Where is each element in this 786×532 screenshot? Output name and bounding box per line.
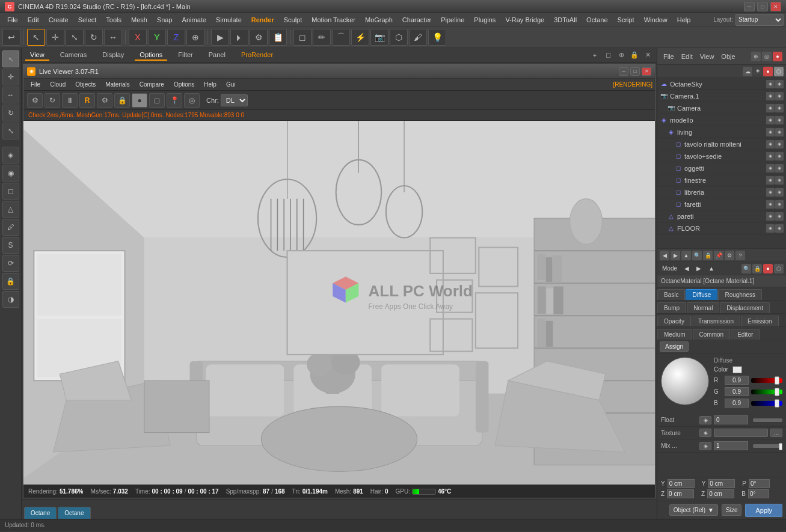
- attr-search[interactable]: 🔍: [692, 251, 702, 260]
- mix-slider-handle[interactable]: [779, 443, 782, 450]
- living-vis[interactable]: ◈: [766, 128, 775, 136]
- color-swatch[interactable]: [732, 366, 742, 373]
- finestre-vis[interactable]: ◈: [766, 176, 775, 185]
- coord-b-input[interactable]: [748, 489, 769, 498]
- render-region-button[interactable]: ▶: [211, 29, 229, 46]
- mat-tab-emission[interactable]: Emission: [741, 316, 779, 326]
- sidebar-tool-5[interactable]: 🖊: [2, 219, 19, 236]
- color-r-slider[interactable]: [751, 378, 782, 383]
- object-row-modello[interactable]: ◈ modello ◈ ◈: [657, 114, 786, 126]
- color-g-slider[interactable]: [751, 390, 782, 394]
- sidebar-tool-8[interactable]: 🔒: [2, 273, 19, 290]
- sidebar-mode-1[interactable]: ↖: [2, 50, 19, 67]
- vp-tab-prorender[interactable]: ProRender: [236, 50, 278, 61]
- vp-tab-panel[interactable]: Panel: [204, 50, 230, 61]
- lv-maximize-button[interactable]: □: [630, 67, 640, 76]
- spline-button[interactable]: ⌒: [332, 29, 350, 46]
- lv-menu-file[interactable]: File: [26, 80, 45, 89]
- x-axis-button[interactable]: X: [129, 29, 147, 46]
- mat-tab-normal[interactable]: Normal: [687, 302, 719, 313]
- sidebar-tool-6[interactable]: S: [2, 237, 19, 254]
- texture-btn[interactable]: …: [770, 429, 782, 437]
- lv-menu-materials[interactable]: Materials: [100, 80, 135, 89]
- lv-menu-options[interactable]: Options: [169, 80, 199, 89]
- sidebar-tool-9[interactable]: ◑: [2, 291, 19, 308]
- coord-p-input[interactable]: [749, 479, 770, 488]
- lv-lock-button[interactable]: 🔒: [114, 93, 130, 108]
- attr-grid-icon[interactable]: ⬡: [774, 264, 784, 274]
- lv-circle-button[interactable]: ●: [132, 93, 147, 108]
- viewport-icon-2[interactable]: ◻: [603, 50, 613, 61]
- world-space-button[interactable]: ⊕: [186, 29, 204, 46]
- attr-lock[interactable]: 🔒: [703, 251, 713, 260]
- octanesky-lock[interactable]: ◈: [775, 80, 784, 88]
- om-icon-3[interactable]: ●: [763, 67, 773, 76]
- object-row-pareti[interactable]: △ pareti ◈ ◈: [657, 210, 786, 222]
- menu-mograph[interactable]: MoGraph: [360, 15, 398, 25]
- render-settings-button[interactable]: ⚙: [250, 29, 268, 46]
- bottom-tab-octane-1[interactable]: Octane: [24, 507, 57, 519]
- mat-tab-transmission[interactable]: Transmission: [692, 316, 740, 326]
- menu-3dtoall[interactable]: 3DToAll: [549, 15, 582, 25]
- menu-plugins[interactable]: Plugins: [469, 15, 500, 25]
- color-b-input[interactable]: [725, 399, 749, 408]
- attr-help[interactable]: ?: [735, 251, 745, 260]
- attr-mode-arrow2[interactable]: ▶: [694, 264, 704, 273]
- transform-button[interactable]: ↔: [104, 29, 122, 46]
- oggetti-vis[interactable]: ◈: [766, 164, 775, 173]
- color-b-slider[interactable]: [751, 401, 782, 406]
- color-g-handle[interactable]: [775, 388, 779, 396]
- menu-help[interactable]: Help: [672, 15, 696, 25]
- lv-menu-gui[interactable]: Gui: [221, 80, 241, 89]
- mat-tab-displacement[interactable]: Displacement: [720, 302, 770, 313]
- vp-tab-view[interactable]: View: [25, 50, 49, 61]
- bottom-tab-octane-2[interactable]: Octane: [58, 507, 90, 519]
- viewport-icon-3[interactable]: ⊕: [616, 50, 627, 61]
- object-row-octanesky[interactable]: ☁ OctaneSky ◈ ◈: [657, 78, 786, 90]
- pareti-lock[interactable]: ◈: [775, 212, 784, 221]
- coord-z2-input[interactable]: [707, 489, 734, 498]
- menu-tools[interactable]: Tools: [101, 15, 126, 25]
- mat-tab-opacity[interactable]: Opacity: [657, 316, 691, 326]
- vp-tab-display[interactable]: Display: [97, 50, 129, 61]
- camera1-lock[interactable]: ◈: [775, 92, 784, 100]
- texture-slot[interactable]: [714, 429, 768, 437]
- menu-render[interactable]: Render: [247, 15, 279, 25]
- mat-tab-medium[interactable]: Medium: [657, 329, 692, 340]
- libreria-lock[interactable]: ◈: [775, 188, 784, 197]
- menu-motion-tracker[interactable]: Motion Tracker: [307, 15, 360, 25]
- menu-vray[interactable]: V-Ray Bridge: [500, 15, 549, 25]
- lv-pause-button[interactable]: ⏸: [62, 93, 78, 108]
- file-menu-item[interactable]: File: [661, 52, 677, 61]
- oggetti-lock[interactable]: ◈: [775, 164, 784, 173]
- tavolo-rialto-lock[interactable]: ◈: [775, 140, 784, 148]
- mat-tab-common[interactable]: Common: [693, 329, 731, 340]
- viewport-icon-4[interactable]: 🔒: [629, 50, 640, 61]
- z-axis-button[interactable]: Z: [167, 29, 185, 46]
- menu-animate[interactable]: Animate: [177, 15, 211, 25]
- lv-region-button[interactable]: R: [79, 93, 95, 108]
- libreria-vis[interactable]: ◈: [766, 188, 775, 197]
- lv-menu-help[interactable]: Help: [199, 80, 221, 89]
- light-button[interactable]: ⚡: [351, 29, 369, 46]
- apply-button[interactable]: Apply: [745, 504, 782, 517]
- pareti-vis[interactable]: ◈: [766, 212, 775, 221]
- attr-lock-icon[interactable]: 🔒: [752, 264, 762, 274]
- color-b-handle[interactable]: [775, 399, 779, 408]
- om-icon-2[interactable]: ◈: [754, 67, 762, 75]
- panel-icon-3[interactable]: ●: [773, 52, 782, 61]
- layout-dropdown[interactable]: Startup: [735, 14, 784, 26]
- sidebar-mode-3[interactable]: ↔: [2, 87, 19, 103]
- minimize-button[interactable]: ─: [744, 2, 755, 11]
- select-tool-button[interactable]: ↖: [27, 29, 45, 46]
- view-menu-item[interactable]: View: [698, 52, 717, 61]
- lv-close-button[interactable]: ✕: [642, 67, 651, 76]
- texture-extra[interactable]: ◈: [699, 429, 711, 437]
- camera1-vis[interactable]: ◈: [766, 92, 775, 100]
- tavolo-sedie-lock[interactable]: ◈: [775, 152, 784, 161]
- pen-button[interactable]: ✏: [313, 29, 331, 46]
- object-rel-dropdown[interactable]: Object (Rel) ▼: [669, 504, 718, 516]
- viewport-icon-5[interactable]: ✕: [642, 50, 653, 61]
- camera-lock[interactable]: ◈: [775, 104, 784, 112]
- rotate-tool-button[interactable]: ↻: [85, 29, 103, 46]
